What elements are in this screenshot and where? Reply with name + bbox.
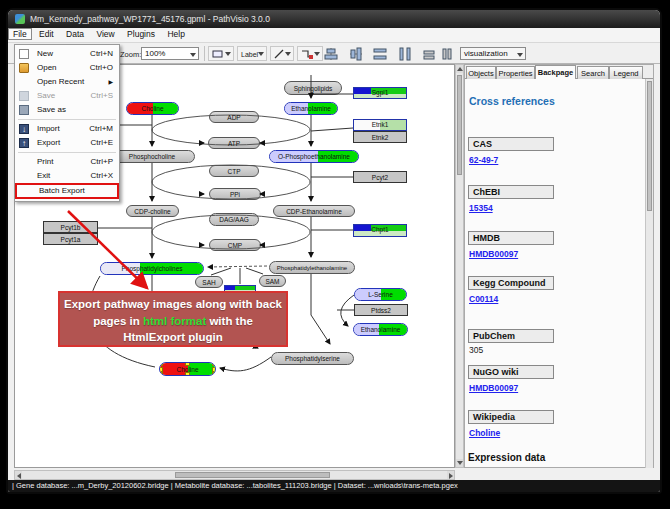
line-icon	[274, 49, 284, 59]
tab-backpage[interactable]: Backpage	[535, 65, 576, 79]
menu-item-save-as[interactable]: Save as	[15, 103, 119, 117]
menu-item-open-recent[interactable]: Open Recent▶	[15, 75, 119, 89]
export-icon: ↑	[19, 138, 29, 148]
scrollbar-thumb[interactable]	[457, 75, 462, 175]
menu-item-save[interactable]: SaveCtrl+S	[15, 89, 119, 103]
scroll-left-button[interactable]	[15, 471, 22, 479]
tab-properties[interactable]: Properties	[496, 66, 535, 79]
expression-data-heading: Expression data	[468, 452, 545, 463]
menu-file[interactable]: File	[8, 28, 32, 40]
link-wikipedia[interactable]: Choline	[469, 428, 500, 438]
node-o-phosphoethanolamine[interactable]: O-Phosphoethanolamine	[269, 150, 359, 163]
menu-edit[interactable]: Edit	[34, 28, 59, 40]
menu-item-new[interactable]: NewCtrl+N	[15, 47, 119, 61]
annotation-callout: Export pathway images along with back pa…	[58, 291, 288, 347]
chevron-down-icon	[225, 52, 231, 56]
link-cas[interactable]: 62-49-7	[469, 155, 498, 165]
node-ethanolamine-bottom[interactable]: Ethanolamine	[353, 323, 408, 336]
chevron-down-icon	[517, 53, 523, 57]
section-header-hmdb: HMDB	[468, 231, 554, 245]
align-center-button[interactable]	[324, 47, 338, 61]
cross-references-heading: Cross references	[469, 95, 555, 107]
file-menu-popup: NewCtrl+N OpenCtrl+O Open Recent▶ SaveCt…	[14, 44, 120, 202]
import-icon: ↓	[19, 124, 29, 134]
line-tool-button[interactable]	[270, 46, 294, 61]
link-chebi[interactable]: 15354	[469, 203, 493, 213]
menu-data[interactable]: Data	[61, 28, 89, 40]
title-bar: Mm_Kennedy_pathway_WP1771_45176.gpml - P…	[8, 10, 660, 28]
annotation-highlight: html format	[143, 315, 206, 327]
canvas-vertical-scrollbar[interactable]	[455, 64, 464, 468]
scroll-right-button[interactable]	[447, 471, 454, 479]
menu-item-import[interactable]: ↓ImportCtrl+M	[15, 122, 119, 136]
screenshot-root: Mm_Kennedy_pathway_WP1771_45176.gpml - P…	[0, 0, 670, 509]
open-folder-icon	[19, 63, 29, 73]
menu-view[interactable]: View	[91, 28, 119, 40]
tab-search[interactable]: Search	[577, 66, 609, 79]
menu-plugins[interactable]: Plugins	[122, 28, 160, 40]
node-phosphatidylcholines[interactable]: Phosphatidylcholines	[100, 262, 204, 275]
annotation-line1: Export pathway images along with back	[60, 296, 286, 313]
new-file-icon	[19, 49, 29, 59]
chevron-down-icon	[190, 53, 196, 57]
save-as-icon	[19, 105, 29, 115]
node-l-serine[interactable]: L-Serine	[354, 288, 407, 301]
menu-separator	[18, 152, 116, 153]
menu-item-export[interactable]: ↑ExportCtrl+E	[15, 136, 119, 150]
distribute-horizontal-button[interactable]	[373, 47, 387, 61]
scrollbar-thumb[interactable]	[175, 472, 330, 478]
menu-item-batch-export[interactable]: Batch Export	[15, 183, 119, 199]
align-middle-button[interactable]	[349, 47, 363, 61]
scroll-down-button[interactable]	[456, 459, 463, 467]
side-panel: Objects Properties Backpage Search Legen…	[464, 64, 654, 468]
connector-icon	[301, 49, 313, 59]
distribute-vertical-button[interactable]	[398, 47, 412, 61]
menu-item-open[interactable]: OpenCtrl+O	[15, 61, 119, 75]
chevron-down-icon	[314, 52, 320, 56]
section-header-wikipedia: Wikipedia	[468, 410, 554, 424]
common-width-button[interactable]	[422, 47, 436, 61]
link-nugo[interactable]: HMDB00097	[469, 383, 518, 393]
menu-separator	[18, 119, 116, 120]
datanode-button[interactable]	[208, 46, 234, 61]
section-header-nugo: NuGO wiki	[468, 365, 554, 379]
toolbar-separator	[204, 46, 205, 61]
tab-objects[interactable]: Objects	[466, 66, 496, 79]
status-bar: | Gene database: ...m_Derby_20120602.bri…	[8, 480, 660, 492]
datanode-icon	[212, 49, 223, 58]
submenu-arrow-icon: ▶	[108, 75, 113, 89]
canvas-horizontal-scrollbar[interactable]	[14, 470, 455, 480]
selection-handle[interactable]	[185, 362, 190, 366]
window-title: Mm_Kennedy_pathway_WP1771_45176.gpml - P…	[30, 10, 270, 28]
section-header-cas: CAS	[468, 137, 554, 151]
chevron-down-icon	[285, 52, 291, 56]
menu-item-exit[interactable]: ExitCtrl+X	[15, 169, 119, 183]
annotation-line3: HtmlExport plugin	[60, 329, 286, 346]
zoom-label: Zoom:	[120, 50, 141, 59]
side-panel-scrollbar[interactable]	[645, 79, 653, 468]
section-header-pubchem: PubChem	[468, 329, 554, 343]
section-header-kegg: Kegg Compound	[468, 276, 554, 290]
menu-help[interactable]: Help	[162, 28, 189, 40]
menu-bar: File Edit Data View Plugins Help	[8, 28, 660, 43]
scroll-up-button[interactable]	[456, 65, 463, 73]
app-icon	[15, 14, 25, 24]
tab-legend[interactable]: Legend	[609, 66, 643, 79]
menu-item-print[interactable]: PrintCtrl+P	[15, 155, 119, 169]
visualization-combobox[interactable]: visualization	[460, 47, 526, 60]
node-ethanolamine[interactable]: Ethanolamine	[284, 102, 338, 115]
link-hmdb[interactable]: HMDB00097	[469, 249, 518, 259]
value-pubchem: 305	[469, 345, 483, 355]
chevron-down-icon	[258, 52, 264, 56]
zoom-combobox[interactable]: 100%	[141, 47, 199, 60]
section-header-chebi: ChEBI	[468, 185, 554, 199]
scrollbar-thumb[interactable]	[647, 81, 652, 211]
node-choline-selected[interactable]: Choline	[159, 362, 216, 376]
common-height-button[interactable]	[440, 47, 454, 61]
label-button[interactable]: Label	[237, 46, 267, 61]
link-kegg[interactable]: C00114	[469, 294, 498, 304]
connector-tool-button[interactable]	[297, 46, 323, 61]
node-choline[interactable]: Choline	[126, 102, 179, 115]
annotation-line2: pages in html format with the	[60, 313, 286, 330]
side-panel-tabs: Objects Properties Backpage Search Legen…	[465, 65, 653, 79]
